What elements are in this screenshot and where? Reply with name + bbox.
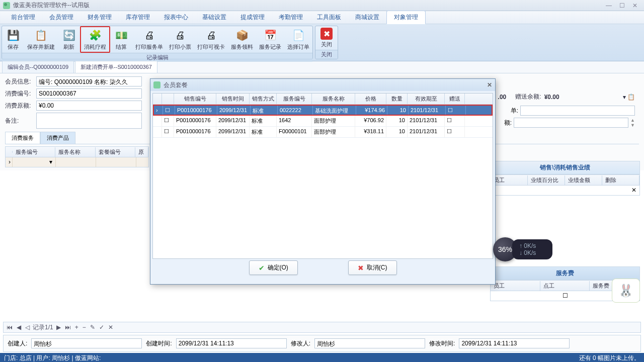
sales-panel: 销售\消耗销售业绩 员工业绩百分比业绩金额删除 ✕ xyxy=(490,161,640,196)
dlg-col[interactable]: 服务编号 xyxy=(277,94,312,104)
dlg-col[interactable] xyxy=(162,94,174,104)
rp-col[interactable]: 员工 xyxy=(491,175,528,185)
grid-col[interactable]: 原 xyxy=(135,147,148,157)
ribbon-btn-10[interactable]: 📄选择订单 xyxy=(284,26,312,53)
orig-amt-field: ¥0.00 xyxy=(36,101,142,111)
nav-del-icon[interactable]: − xyxy=(82,324,87,331)
bottom-info: 创建人: 周怡杉 创建时间: 2099/12/31 14:11:13 修改人: … xyxy=(3,335,641,352)
menu-6[interactable]: 提成管理 xyxy=(233,11,272,24)
orig-amt-label: 消费原额: xyxy=(5,102,33,110)
remark-field[interactable] xyxy=(36,113,142,129)
dlg-col[interactable]: 销售编号 xyxy=(174,94,216,104)
dlg-row[interactable]: ☐P00100001762099/12/31标准F00000101面部护理¥31… xyxy=(153,127,493,138)
ribbon-btn-3[interactable]: 🧩消耗疗程 xyxy=(80,26,110,53)
sales-panel-title: 销售\消耗销售业绩 xyxy=(490,161,640,174)
menu-0[interactable]: 前台管理 xyxy=(4,11,42,24)
record-indicator: 记录1/1 xyxy=(33,323,53,332)
subtab-1[interactable]: 消费产品 xyxy=(40,132,75,144)
ribbon-icon: 💵 xyxy=(114,28,128,42)
maximize-icon[interactable]: ☐ xyxy=(616,2,628,10)
net-down: ↓ 0K/s xyxy=(519,249,552,256)
grid-row[interactable]: › ▾ xyxy=(5,157,149,167)
dialog-title: 会员套餐 xyxy=(164,81,188,89)
cancel-button[interactable]: ✖ 取消(C) xyxy=(348,260,397,275)
grid-col[interactable] xyxy=(6,151,13,153)
menu-7[interactable]: 考勤管理 xyxy=(272,11,310,24)
rp-col[interactable]: 业绩金额 xyxy=(565,175,602,185)
dlg-row[interactable]: ›☐P00100001762099/12/31标准0022222基础洗面护理¥1… xyxy=(153,105,493,116)
nav-add-icon[interactable]: + xyxy=(74,324,79,331)
menu-10[interactable]: 对象管理 xyxy=(386,11,426,24)
nav-last-icon[interactable]: ⏭ xyxy=(64,324,72,331)
ribbon-btn-0[interactable]: 💾保存 xyxy=(2,26,24,53)
dialog-close-icon[interactable]: ✕ xyxy=(487,81,492,88)
minimize-icon[interactable]: — xyxy=(603,2,615,10)
menu-1[interactable]: 会员管理 xyxy=(42,11,80,24)
rp-col[interactable]: 业绩百分比 xyxy=(528,175,565,185)
status-right: 还有 0 幅图片未上传。 xyxy=(579,354,640,361)
dlg-col[interactable]: 销售时间 xyxy=(216,94,250,104)
menu-3[interactable]: 库存管理 xyxy=(119,11,157,24)
nav-edit-icon[interactable]: ✎ xyxy=(89,324,96,331)
menu-5[interactable]: 基础设置 xyxy=(195,11,233,24)
e-field[interactable] xyxy=(514,118,628,128)
unit-field[interactable] xyxy=(520,106,635,116)
ribbon-btn-7[interactable]: 🖨打印可视卡 xyxy=(194,26,228,53)
dlg-col[interactable]: 数量 xyxy=(386,94,408,104)
ribbon-icon: 🖨 xyxy=(173,28,187,42)
close-button[interactable]: ✖ 关闭 xyxy=(315,26,338,50)
menu-4[interactable]: 报表中心 xyxy=(157,11,195,24)
consume-no-label: 消费编号: xyxy=(5,89,33,98)
dlg-col[interactable]: 有效期至 xyxy=(408,94,445,104)
nav-first-icon[interactable]: ⏮ xyxy=(6,324,14,331)
dlg-col[interactable] xyxy=(153,94,162,104)
nav-next-icon[interactable]: ▶ xyxy=(55,324,62,331)
ok-button[interactable]: ✔ 确定(O) xyxy=(249,260,298,275)
ribbon-btn-1[interactable]: 📋保存并新建 xyxy=(24,26,58,53)
nav-prevpg-icon[interactable]: ◁ xyxy=(24,324,31,331)
rp-col[interactable]: 删除 xyxy=(602,175,639,185)
grid-col[interactable]: 套餐编号 xyxy=(96,147,135,157)
topright-info: .00 赠送余额: ¥0.00 ▾ 📋 xyxy=(498,93,635,101)
nav-check-icon[interactable]: ✓ xyxy=(98,324,105,331)
svcfee-title: 服务费 xyxy=(490,266,640,280)
record-nav: ⏮ ◀ ◁ 记录1/1 ▶ ⏭ + − ✎ ✓ ✕ xyxy=(3,322,641,333)
close-icon[interactable]: ✕ xyxy=(629,2,641,10)
sf-col[interactable]: 点工 xyxy=(540,281,590,291)
ribbon-icon: 🖨 xyxy=(142,28,156,42)
nav-prev-icon[interactable]: ◀ xyxy=(16,324,22,331)
ctime-field: 2099/12/31 14:11:13 xyxy=(176,338,287,348)
menubar: 前台管理会员管理财务管理库存管理报表中心基础设置提成管理考勤管理工具面板商城设置… xyxy=(0,11,644,24)
ribbon-icon: 💾 xyxy=(6,28,20,42)
remark-label: 备注: xyxy=(5,117,33,125)
ribbon-btn-9[interactable]: 📅服务记录 xyxy=(256,26,284,53)
dlg-col[interactable]: 赠送 xyxy=(445,94,465,104)
dlg-col[interactable]: 服务名称 xyxy=(312,94,355,104)
member-label: 会员信息: xyxy=(5,77,33,86)
menu-9[interactable]: 商城设置 xyxy=(348,11,386,24)
ribbon-btn-2[interactable]: 🔄刷新 xyxy=(58,26,80,53)
sf-col[interactable]: 员工 xyxy=(491,281,540,291)
dialog-titlebar: 会员套餐 ✕ xyxy=(150,79,495,91)
menu-8[interactable]: 工具面板 xyxy=(310,11,348,24)
dlg-col[interactable]: 价格 xyxy=(355,94,386,104)
subtab-0[interactable]: 消费服务 xyxy=(5,132,40,144)
doc-tab-0[interactable]: 编辑会员--Q0000000109 xyxy=(2,61,74,73)
menu-2[interactable]: 财务管理 xyxy=(80,11,119,24)
dlg-col[interactable]: 销售方式 xyxy=(250,94,277,104)
ribbon-icon: 📄 xyxy=(291,28,305,42)
member-info: 编号: Q0000000109 名称: 柒久久 xyxy=(36,76,142,86)
nav-cancel-icon[interactable]: ✕ xyxy=(107,324,114,331)
dlg-row[interactable]: ☐P00100001762099/12/31标准1642面部护理¥706.921… xyxy=(153,116,493,127)
ribbon-btn-4[interactable]: 💵结算 xyxy=(110,26,132,53)
grid-col[interactable]: 服务编号 xyxy=(13,147,55,157)
app-title: 傲蓝美容院管理软件--试用版 xyxy=(13,1,90,10)
doc-tab-1[interactable]: 新建消费开单--S0010000367 xyxy=(75,61,157,73)
ribbon-btn-8[interactable]: 📦服务领料 xyxy=(228,26,256,53)
consume-no-field[interactable]: S0010000367 xyxy=(36,88,142,99)
grid-header: 服务编号服务名称套餐编号原 xyxy=(5,146,149,157)
ribbon-btn-5[interactable]: 🖨打印服务单 xyxy=(132,26,166,53)
ribbon-icon: 🖨 xyxy=(204,28,218,42)
ribbon-btn-6[interactable]: 🖨打印小票 xyxy=(166,26,194,53)
grid-col[interactable]: 服务名称 xyxy=(55,147,95,157)
